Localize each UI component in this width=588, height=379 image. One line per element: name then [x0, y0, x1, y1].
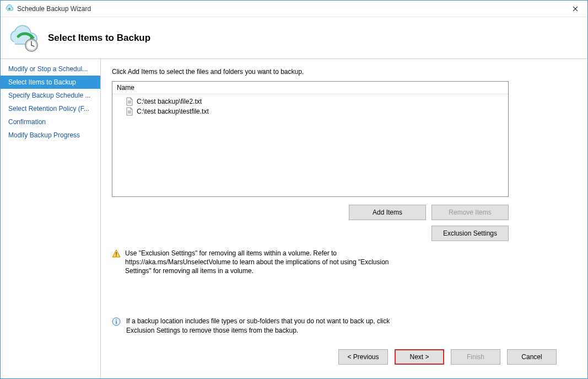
items-listbox[interactable]: Name C:\test backup\file2.txt C:\test ba… [112, 81, 509, 197]
page-title: Select Items to Backup [48, 33, 150, 44]
item-buttons-row: Add Items Remove Items [112, 205, 509, 220]
warning-note: Use "Exclusion Settings" for removing al… [112, 249, 398, 276]
wizard-header: Select Items to Backup [1, 17, 587, 58]
items-list: C:\test backup\file2.txt C:\test backup\… [112, 94, 508, 196]
exclusion-button-row: Exclusion Settings [112, 226, 509, 241]
list-item-label: C:\test backup\testfile.txt [137, 108, 209, 115]
wizard-header-icon [7, 24, 40, 52]
warning-icon [112, 249, 121, 258]
info-note: If a backup location includes file types… [112, 317, 409, 335]
info-icon [112, 317, 121, 326]
step-retention-policy[interactable]: Select Retention Policy (F... [1, 102, 100, 115]
remove-items-button: Remove Items [431, 205, 509, 220]
finish-button: Finish [451, 349, 500, 365]
step-confirmation[interactable]: Confirmation [1, 115, 100, 129]
wizard-footer: < Previous Next > Finish Cancel [112, 343, 573, 371]
add-items-button[interactable]: Add Items [349, 205, 426, 220]
file-icon [126, 97, 133, 106]
list-item-label: C:\test backup\file2.txt [137, 98, 202, 105]
wizard-content: Click Add Items to select the files and … [101, 59, 587, 378]
wizard-steps: Modify or Stop a Schedul... Select Items… [1, 59, 101, 378]
list-header-name[interactable]: Name [112, 82, 508, 94]
svg-rect-13 [116, 321, 117, 324]
svg-rect-14 [116, 319, 117, 321]
close-button[interactable] [563, 1, 587, 17]
step-modify-stop[interactable]: Modify or Stop a Schedul... [1, 62, 100, 76]
warning-text: Use "Exclusion Settings" for removing al… [125, 249, 398, 276]
step-specify-schedule[interactable]: Specify Backup Schedule ... [1, 89, 100, 102]
wizard-window: Schedule Backup Wizard Select Items to B… [0, 0, 588, 379]
cancel-button[interactable]: Cancel [507, 349, 557, 365]
exclusion-settings-button[interactable]: Exclusion Settings [431, 226, 509, 241]
wizard-body: Modify or Stop a Schedul... Select Items… [1, 58, 587, 378]
next-button[interactable]: Next > [395, 349, 444, 365]
svg-rect-10 [116, 252, 116, 255]
window-title: Schedule Backup Wizard [17, 5, 563, 13]
titlebar: Schedule Backup Wizard [1, 1, 587, 17]
instruction-text: Click Add Items to select the files and … [112, 68, 573, 76]
previous-button[interactable]: < Previous [338, 349, 388, 365]
step-select-items[interactable]: Select Items to Backup [1, 76, 100, 89]
svg-rect-11 [116, 255, 116, 257]
info-text: If a backup location includes file types… [126, 317, 409, 335]
file-icon [126, 107, 133, 116]
list-item[interactable]: C:\test backup\file2.txt [112, 97, 508, 106]
app-icon [5, 4, 14, 13]
step-modify-progress[interactable]: Modify Backup Progress [1, 129, 100, 142]
list-item[interactable]: C:\test backup\testfile.txt [112, 106, 508, 116]
